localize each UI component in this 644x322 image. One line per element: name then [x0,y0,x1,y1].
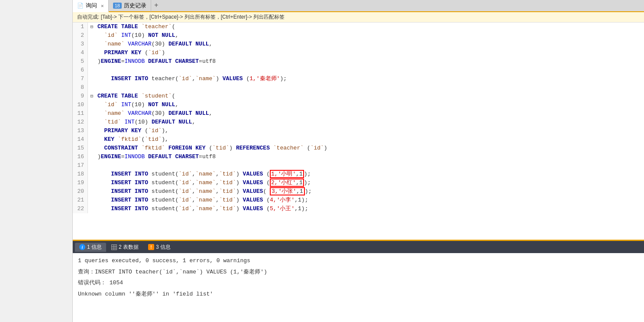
bottom-line2: 查询：INSERT INTO teacher(`id`,`name`) VALU… [78,268,639,276]
code-content-19: INSERT INTO student(`id`,`name`,`tid`) V… [96,179,311,187]
code-content-20: INSERT INTO student(`id`,`name`,`tid`) V… [96,187,311,196]
line-num-2: 2 [73,31,88,40]
line-num-14: 14 [73,135,88,144]
code-content-11: `name` VARCHAR(30) DEFAULT NULL, [96,109,212,118]
code-line-19: 19 INSERT INTO student(`id`,`name`,`tid`… [73,179,644,187]
line-num-6: 6 [73,66,88,75]
bottom-line4: Unknown column ''秦老师'' in 'field list' [78,290,639,299]
code-content-5: )ENGINE=INNODB DEFAULT CHARSET=utf8 [96,57,216,66]
code-content-14: KEY `fktid`(`tid`), [96,135,168,144]
bottom-tab-bar: i 1 信息 2 表数据 ! 3 信息 [73,241,644,253]
code-line-17: 17 [73,161,644,170]
line-num-16: 16 [73,153,88,161]
code-line-14: 14 KEY `fktid`(`tid`), [73,135,644,144]
fold-1[interactable]: ⊟ [88,23,96,31]
line-num-4: 4 [73,49,88,57]
line-num-17: 17 [73,161,88,170]
line-num-11: 11 [73,109,88,118]
query-tab-icon: 📄 [77,3,84,9]
code-line-7: 7 INSERT INTO teacher(`id`,`name`) VALUE… [73,75,644,83]
code-line-16: 16 )ENGINE=INNODB DEFAULT CHARSET=utf8 [73,153,644,161]
code-content-9: CREATE TABLE `student`( [96,92,175,101]
info1-icon: i [79,244,85,250]
add-tab-button[interactable]: + [151,0,162,11]
query-tab-label: 询问 [86,2,97,10]
code-line-3: 3 `name` VARCHAR(30) DEFAULT NULL, [73,40,644,49]
line-num-18: 18 [73,170,88,179]
code-line-20: 20 INSERT INTO student(`id`,`name`,`tid`… [73,187,644,196]
line-num-7: 7 [73,75,88,83]
code-content-7: INSERT INTO teacher(`id`,`name`) VALUES … [96,75,287,83]
main-area: 📄 询问 ✕ 18 历史记录 + 自动完成: [Tab]-> 下一个标签，[Ct… [73,0,644,322]
code-line-21: 21 INSERT INTO student(`id`,`name`,`tid`… [73,196,644,205]
tabledata-icon [111,244,117,250]
code-content-15: CONSTRAINT `fktid` FOREIGN KEY (`tid`) R… [96,144,327,153]
line-num-22: 22 [73,205,88,213]
line-num-20: 20 [73,187,88,196]
code-line-15: 15 CONSTRAINT `fktid` FOREIGN KEY (`tid`… [73,144,644,153]
line-num-1: 1 [73,23,88,31]
code-line-18: 18 INSERT INTO student(`id`,`name`,`tid`… [73,170,644,179]
code-line-1: 1 ⊟ CREATE TABLE `teacher`( [73,23,644,31]
bottom-panel: i 1 信息 2 表数据 ! 3 信息 1 queries executed, … [73,240,644,322]
code-content-12: `tid` INT(10) DEFAULT NULL, [96,118,195,127]
bottom-line3: 错误代码： 1054 [78,279,639,287]
code-content-4: PRIMARY KEY (`id`) [96,49,165,57]
bottom-tab-info1[interactable]: i 1 信息 [75,243,106,252]
code-content-2: `id` INT(10) NOT NULL, [96,31,178,40]
bottom-tab-tabledata[interactable]: 2 表数据 [107,243,143,252]
code-line-6: 6 [73,66,644,75]
code-content-1: CREATE TABLE `teacher`( [96,23,175,31]
bottom-line1: 1 queries executed, 0 success, 1 errors,… [78,257,639,265]
code-line-4: 4 PRIMARY KEY (`id`) [73,49,644,57]
code-content-3: `name` VARCHAR(30) DEFAULT NULL, [96,40,212,49]
query-tab-close[interactable]: ✕ [101,3,104,9]
line-num-15: 15 [73,144,88,153]
bottom-tab-info3[interactable]: ! 3 信息 [144,243,175,252]
code-line-22: 22 INSERT INTO student(`id`,`name`,`tid`… [73,205,644,213]
sidebar [0,0,73,322]
code-content-22: INSERT INTO student(`id`,`name`,`tid`) V… [96,205,308,213]
history-tab-icon: 18 [113,3,122,9]
bottom-tab-info1-label: 1 信息 [87,244,102,251]
hint-bar: 自动完成: [Tab]-> 下一个标签，[Ctrl+Space]-> 列出所有标… [73,12,644,23]
code-line-2: 2 `id` INT(10) NOT NULL, [73,31,644,40]
line-num-9: 9 [73,92,88,101]
history-tab-label: 历史记录 [124,2,146,10]
code-content-18: INSERT INTO student(`id`,`name`,`tid`) V… [96,170,311,179]
code-line-5: 5 )ENGINE=INNODB DEFAULT CHARSET=utf8 [73,57,644,66]
line-num-13: 13 [73,127,88,135]
code-line-8: 8 [73,83,644,92]
editor-area[interactable]: 1 ⊟ CREATE TABLE `teacher`( 2 `id` INT(1… [73,23,644,240]
code-line-10: 10 `id` INT(10) NOT NULL, [73,101,644,109]
code-content-21: INSERT INTO student(`id`,`name`,`tid`) V… [96,196,308,205]
info3-icon: ! [148,244,154,250]
line-num-3: 3 [73,40,88,49]
code-line-13: 13 PRIMARY KEY (`id`), [73,127,644,135]
code-content-16: )ENGINE=INNODB DEFAULT CHARSET=utf8 [96,153,216,161]
fold-9[interactable]: ⊟ [88,92,96,101]
code-line-9: 9 ⊟ CREATE TABLE `student`( [73,92,644,101]
bottom-tab-tabledata-label: 2 表数据 [119,244,139,251]
code-line-12: 12 `tid` INT(10) DEFAULT NULL, [73,118,644,127]
bottom-tab-info3-label: 3 信息 [156,244,171,251]
tab-bar: 📄 询问 ✕ 18 历史记录 + [73,0,644,12]
line-num-5: 5 [73,57,88,66]
line-num-10: 10 [73,101,88,109]
code-content-13: PRIMARY KEY (`id`), [96,127,168,135]
tab-query[interactable]: 📄 询问 ✕ [73,0,109,12]
code-content-10: `id` INT(10) NOT NULL, [96,101,178,109]
bottom-content: 1 queries executed, 0 success, 1 errors,… [73,253,644,322]
line-num-19: 19 [73,179,88,187]
line-num-8: 8 [73,83,88,92]
line-num-12: 12 [73,118,88,127]
tab-history[interactable]: 18 历史记录 [109,0,151,12]
line-num-21: 21 [73,196,88,205]
code-line-11: 11 `name` VARCHAR(30) DEFAULT NULL, [73,109,644,118]
